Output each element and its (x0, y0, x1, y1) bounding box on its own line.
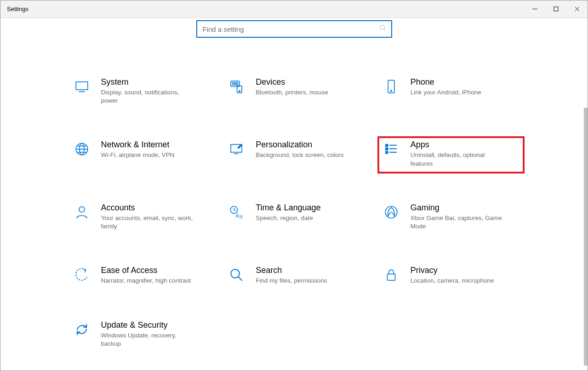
svg-rect-6 (76, 82, 88, 90)
category-desc: Link your Android, iPhone (411, 88, 481, 97)
search-input[interactable] (203, 25, 379, 33)
maximize-button[interactable] (545, 0, 566, 17)
category-accounts[interactable]: Accounts Your accounts, email, sync, wor… (69, 200, 215, 235)
category-title: System (101, 77, 198, 87)
category-desc: Speech, region, date (256, 214, 320, 222)
lock-icon (382, 266, 400, 284)
category-desc: Bluetooth, printers, mouse (256, 88, 328, 97)
titlebar: Settings (0, 0, 588, 18)
system-icon (73, 77, 91, 96)
close-button[interactable] (566, 0, 588, 17)
category-personalization[interactable]: Personalization Background, lock screen,… (223, 137, 369, 172)
svg-rect-23 (386, 145, 388, 146)
category-title: Network & Internet (101, 140, 175, 150)
category-title: Ease of Access (101, 266, 191, 275)
accounts-icon (73, 203, 91, 221)
category-ease-of-access[interactable]: Ease of Access Narrator, magnifier, high… (69, 263, 215, 290)
category-title: Personalization (256, 140, 343, 150)
category-desc: Uninstall, defaults, optional features (411, 151, 507, 168)
svg-point-13 (239, 91, 240, 92)
category-desc: Narrator, magnifier, high contrast (101, 277, 191, 285)
vertical-scrollbar[interactable] (584, 108, 588, 365)
search-box[interactable] (196, 20, 392, 38)
category-update-security[interactable]: Update & Security Windows Update, recove… (69, 318, 215, 353)
svg-point-29 (79, 207, 85, 212)
category-system[interactable]: System Display, sound, notifications, po… (69, 75, 215, 110)
phone-icon (382, 77, 400, 96)
category-title: Phone (411, 77, 481, 87)
category-desc: Windows Update, recovery, backup (101, 331, 198, 348)
search-container (0, 20, 588, 38)
apps-icon (382, 140, 400, 158)
window-controls (524, 0, 588, 17)
svg-line-5 (384, 29, 386, 31)
svg-text:A: A (235, 213, 239, 219)
category-desc: Background, lock screen, colors (256, 151, 343, 159)
search-icon (379, 24, 387, 34)
ease-of-access-icon (73, 266, 91, 284)
category-title: Time & Language (256, 203, 320, 213)
category-apps[interactable]: Apps Uninstall, defaults, optional featu… (378, 137, 524, 172)
svg-point-4 (380, 25, 384, 30)
svg-rect-38 (387, 274, 395, 281)
globe-icon (73, 140, 91, 158)
minimize-button[interactable] (524, 0, 545, 17)
svg-point-36 (231, 269, 240, 278)
category-title: Devices (256, 77, 328, 87)
category-title: Gaming (411, 203, 507, 213)
svg-rect-1 (554, 7, 558, 11)
category-network[interactable]: Network & Internet Wi-Fi, airplane mode,… (69, 137, 215, 172)
category-gaming[interactable]: Gaming Xbox Game Bar, captures, Game Mod… (378, 200, 524, 235)
update-icon (73, 320, 91, 339)
gaming-icon (382, 203, 400, 221)
svg-point-15 (391, 90, 392, 92)
category-devices[interactable]: Devices Bluetooth, printers, mouse (223, 75, 369, 110)
window-title: Settings (7, 6, 29, 12)
svg-text:字: 字 (239, 214, 243, 219)
category-title: Accounts (101, 203, 198, 213)
category-time-language[interactable]: A字 Time & Language Speech, region, date (223, 200, 369, 235)
category-search[interactable]: Search Find my files, permissions (223, 263, 369, 290)
svg-rect-25 (386, 148, 388, 150)
personalization-icon (227, 140, 245, 158)
category-title: Update & Security (101, 320, 198, 330)
category-title: Apps (411, 140, 507, 150)
search-category-icon (227, 266, 245, 284)
time-language-icon: A字 (227, 203, 245, 221)
category-privacy[interactable]: Privacy Location, camera, microphone (378, 263, 524, 290)
category-phone[interactable]: Phone Link your Android, iPhone (378, 75, 524, 110)
category-desc: Display, sound, notifications, power (101, 88, 198, 105)
category-title: Privacy (411, 266, 494, 275)
svg-line-37 (238, 277, 242, 281)
category-title: Search (256, 266, 327, 275)
content-area: System Display, sound, notifications, po… (0, 18, 588, 371)
category-desc: Location, camera, microphone (411, 277, 494, 285)
category-desc: Xbox Game Bar, captures, Game Mode (411, 214, 507, 231)
svg-line-32 (234, 210, 235, 211)
categories-grid: System Display, sound, notifications, po… (64, 75, 524, 353)
svg-rect-27 (386, 152, 388, 154)
category-desc: Find my files, permissions (256, 277, 327, 285)
devices-icon (227, 77, 245, 96)
category-desc: Your accounts, email, sync, work, family (101, 214, 198, 231)
category-desc: Wi-Fi, airplane mode, VPN (101, 151, 175, 159)
